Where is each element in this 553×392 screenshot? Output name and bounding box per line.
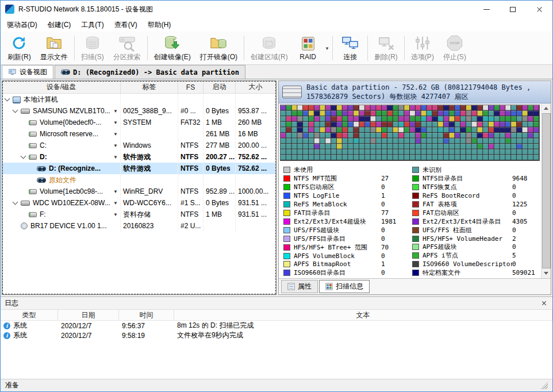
scroll-down-button[interactable]: [542, 269, 551, 278]
tree-row[interactable]: BR17 DEVICE V1.00 1...20160823#2 U...: [2, 220, 276, 232]
log-row[interactable]: i系统2020/12/79:56:378m 12s 的 D: 扫描已完成: [1, 321, 552, 330]
cell-label: 软件游戏: [121, 151, 178, 163]
tree-row[interactable]: 本地计算机: [2, 94, 276, 105]
tree-row[interactable]: F:▼资料存储NTFS1 MB931.51 ...: [2, 209, 276, 220]
legend-label: APFS i节点: [423, 251, 512, 260]
log-close-button[interactable]: [539, 299, 548, 308]
scroll-thumb[interactable]: [542, 113, 551, 268]
log-column-header[interactable]: 时间: [119, 310, 174, 320]
toolbar-button-show-files[interactable]: 显示文件: [36, 33, 72, 63]
tree-row[interactable]: Volume{0bedecf0-...▼SYSTEMFAT321 MB260 M…: [2, 117, 276, 128]
row-dropdown-arrow[interactable]: ▼: [112, 212, 118, 217]
tab-label: D: (Recognized0) -> Basic data partition: [73, 68, 239, 76]
legend-count: 0: [381, 252, 408, 260]
partition-search-icon: [118, 34, 136, 52]
legend-item: UFS/FFS 柱面组0: [412, 226, 539, 235]
toolbar-button-label: 停止(S): [443, 52, 466, 62]
toolbar-button-raid[interactable]: RAID: [293, 33, 324, 63]
row-dropdown-arrow[interactable]: ▼: [112, 132, 118, 137]
disk-icon: [282, 86, 302, 98]
toolbar-button-open-image[interactable]: 打开镜像(O): [195, 33, 242, 63]
legend-label: NTFS MFT范围: [294, 174, 381, 183]
legend-item: NTFS恢复点0: [412, 183, 539, 191]
legend-swatch: [412, 252, 419, 259]
tree-row[interactable]: D:▼软件游戏NTFS200.27 ...752.62 ...: [2, 151, 276, 163]
row-dropdown-arrow[interactable]: ▼: [112, 109, 118, 114]
log-column-header[interactable]: 日期: [58, 310, 119, 320]
legend-count: 0: [512, 243, 539, 251]
log-row[interactable]: i系统2020/12/79:58:19文件枚举在9秒内完成: [1, 330, 552, 340]
close-icon: [536, 6, 543, 13]
close-button[interactable]: [526, 1, 552, 18]
app-logo-icon: [5, 5, 14, 14]
legend-label: NTFS启动扇区: [294, 183, 381, 191]
legend-label: NTFS LogFile: [294, 192, 381, 199]
show-files-icon: [45, 34, 63, 52]
tree-row[interactable]: Microsoft reserve...▼261 MB16 MB: [2, 128, 276, 140]
tree-column-header[interactable]: 标签: [121, 81, 178, 93]
menu-item[interactable]: 帮助(H): [143, 18, 176, 32]
cell-start: 952.89 ...: [203, 186, 236, 197]
scroll-up-button[interactable]: [542, 104, 551, 113]
legend-label: APFS VolumeBlock: [294, 252, 381, 260]
expander-icon[interactable]: [13, 199, 18, 205]
tab-device-view[interactable]: 设备视图: [2, 65, 53, 79]
tree-column-header[interactable]: 大小: [236, 81, 276, 93]
toolbar-button-create-image[interactable]: 创建镜像(E): [149, 33, 195, 63]
tree-row[interactable]: SAMSUNG MZVLB1T0...▼0025_388B_9...#0 ...…: [2, 105, 276, 117]
tree-column-header[interactable]: 设备/磁盘: [2, 81, 121, 93]
tree-row[interactable]: 原始文件: [2, 174, 276, 186]
maximize-button[interactable]: [500, 1, 526, 18]
legend-swatch: [283, 201, 290, 207]
device-name: D:: [40, 153, 47, 161]
legend-item: ReFS BootRecord0: [412, 191, 539, 200]
resize-grip[interactable]: [540, 382, 548, 389]
tab-partition[interactable]: D: (Recognized0) -> Basic data partition: [55, 65, 245, 79]
disk-icon: [21, 109, 30, 114]
sector-map-canvas[interactable]: [281, 105, 539, 160]
tree-row[interactable]: D: (Recognize...软件游戏NTFS0 Bytes752.62 ..…: [2, 163, 276, 174]
legend-item: FAT目录条目77: [283, 209, 408, 217]
expander-icon[interactable]: [13, 107, 18, 113]
close-icon: [542, 301, 547, 306]
expander-icon[interactable]: [21, 153, 26, 159]
tab-scan-info[interactable]: 扫描信息: [319, 280, 370, 293]
row-dropdown-arrow[interactable]: ▼: [112, 201, 118, 206]
log-column-header[interactable]: 文本: [174, 310, 552, 320]
row-dropdown-arrow[interactable]: ▼: [112, 189, 118, 194]
create-region-icon: [260, 34, 278, 52]
toolbar-dropdown-arrow[interactable]: ▾: [324, 33, 331, 63]
menu-item[interactable]: 创建(C): [43, 18, 76, 32]
title-bar: R-STUDIO Network 8.15.180015 - 设备视图: [1, 1, 552, 18]
log-column-header[interactable]: 类型: [1, 310, 58, 320]
tree-column-header[interactable]: FS: [178, 81, 203, 93]
row-dropdown-arrow[interactable]: ▼: [112, 143, 118, 148]
minimize-button[interactable]: [473, 1, 500, 18]
toolbar-button-refresh[interactable]: 刷新(R): [3, 33, 36, 63]
legend-count: 0: [512, 209, 539, 217]
vertical-scrollbar[interactable]: [541, 103, 551, 278]
legend-count: 4305: [512, 218, 539, 225]
row-dropdown-arrow[interactable]: ▼: [112, 120, 118, 125]
legend-count: 509021: [512, 269, 539, 276]
row-dropdown-arrow[interactable]: ▼: [112, 155, 118, 160]
menu-item[interactable]: 驱动器(D): [2, 18, 43, 32]
tree-row[interactable]: Volume{1ecb0c98-...▼WinRE_DRVNTFS952.89 …: [2, 186, 276, 197]
tree-row[interactable]: C:▼WindowsNTFS277 MB200.00 ...: [2, 140, 276, 151]
toolbar-button-create-region: 创建区域(R): [246, 33, 293, 63]
sector-map: [280, 105, 540, 161]
legend-item: HFS/HFS+ VolumeHeader2: [412, 235, 539, 243]
tree-row[interactable]: WDC WD10EZEX-08W...▼WD-WCC6Y6...#1 S...0…: [2, 197, 276, 209]
stop-icon: STOP: [446, 34, 463, 52]
cell-size: 931.51 ...: [236, 209, 276, 220]
cell-label: [121, 174, 178, 186]
tab-properties[interactable]: 属性: [281, 280, 318, 293]
expander-icon[interactable]: [5, 96, 10, 102]
cell-size: 752.62 ...: [236, 163, 276, 174]
tree-column-header[interactable]: 启动: [203, 81, 236, 93]
menu-item[interactable]: 查看(V): [109, 18, 143, 32]
cd-icon: [21, 222, 28, 229]
menu-item[interactable]: 工具(T): [76, 18, 109, 32]
toolbar-button-connect[interactable]: 连接: [335, 33, 366, 63]
legend-label: ReFS MetaBlock: [294, 201, 381, 208]
